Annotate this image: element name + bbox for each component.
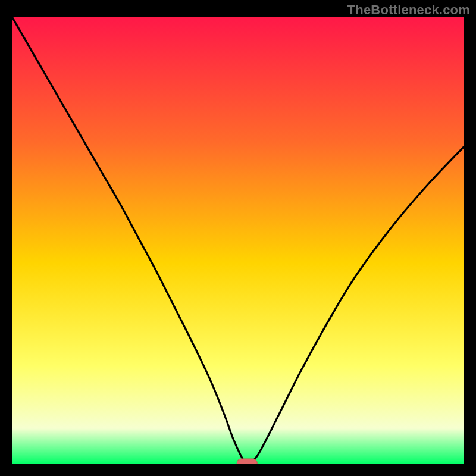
minimum-marker (237, 459, 257, 464)
plot-area (12, 17, 464, 464)
gradient-background (12, 17, 464, 464)
bottleneck-chart (12, 17, 464, 464)
watermark-text: TheBottleneck.com (347, 2, 470, 18)
chart-frame: TheBottleneck.com (0, 0, 476, 476)
